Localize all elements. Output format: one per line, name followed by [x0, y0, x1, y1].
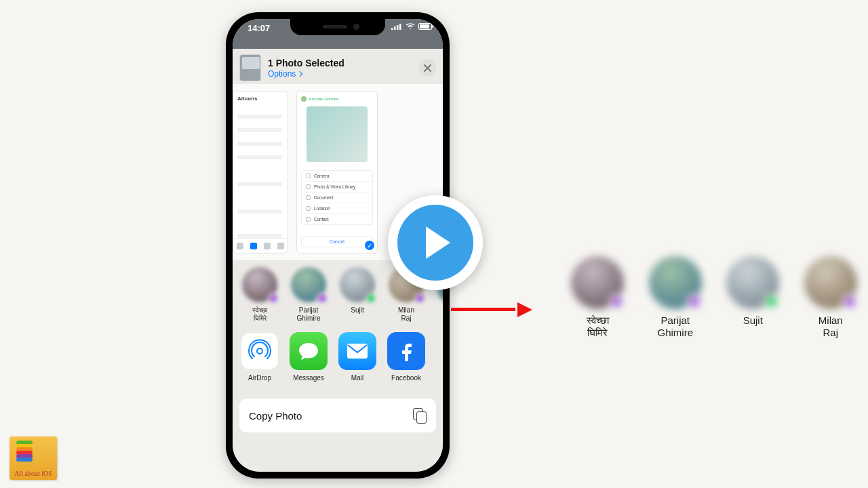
mail-icon — [338, 332, 376, 370]
contact-item-xl: Sujit — [724, 256, 783, 339]
play-button[interactable] — [388, 195, 483, 290]
logo-text: All about iOS — [9, 470, 57, 477]
contact-item-xl: Milan Raj — [802, 256, 861, 339]
share-options-label: Options — [268, 69, 296, 79]
apple-stripes-icon — [16, 441, 33, 460]
action-label: Copy Photo — [249, 410, 302, 422]
app-mail[interactable]: Mail — [338, 332, 376, 390]
status-right — [391, 23, 432, 30]
app-label: Mail — [338, 374, 376, 382]
contact-name: स्वेच्छा घिमिरे — [568, 314, 627, 339]
preview1-header: Albums — [237, 96, 257, 102]
svg-rect-2 — [397, 25, 399, 30]
messages-icon — [290, 332, 328, 370]
share-apps-row[interactable]: AirDrop Messages Mail — [233, 327, 443, 396]
preview-screenshot-2[interactable]: Kundan Ghimire Camera Photo & Video Libr… — [296, 91, 378, 253]
share-actions-list: Copy Photo — [233, 396, 443, 439]
preview2-cancel: Cancel — [301, 236, 373, 247]
avatar — [291, 267, 326, 302]
iphone-notch — [290, 19, 385, 35]
svg-rect-3 — [399, 24, 401, 30]
wifi-icon — [406, 23, 415, 30]
svg-rect-5 — [347, 344, 368, 359]
avatar — [804, 256, 857, 309]
contact-item[interactable]: स्वेच्छा घिमिरे — [242, 267, 277, 322]
contact-name: Sujit — [724, 314, 783, 327]
status-time: 14:07 — [248, 23, 270, 33]
share-header: 1 Photo Selected Options — [233, 49, 443, 84]
avatar — [571, 256, 624, 309]
preview2-image — [307, 106, 368, 162]
selected-check-icon: ✓ — [363, 239, 376, 251]
arrow-annotation — [451, 302, 532, 316]
contact-item[interactable]: Sujit — [340, 267, 375, 314]
app-airdrop[interactable]: AirDrop — [241, 332, 279, 390]
action-copy-photo[interactable]: Copy Photo — [239, 399, 436, 432]
selected-photo-thumb[interactable] — [239, 54, 261, 81]
preview2-contact: Kundan Ghimire — [309, 97, 338, 101]
close-button[interactable] — [418, 59, 436, 77]
contact-name: Milan Raj — [802, 314, 861, 339]
app-label: Facebook — [387, 374, 425, 382]
preview1-tabbar — [233, 238, 288, 253]
preview-screenshot-1[interactable]: Albums — [233, 91, 288, 253]
svg-rect-0 — [391, 28, 393, 30]
app-facebook[interactable]: Facebook — [387, 332, 425, 390]
app-label: Messages — [290, 374, 328, 382]
copy-icon — [413, 408, 427, 423]
canvas: 14:07 1 Photo Selected Options — [0, 0, 868, 488]
avatar — [340, 267, 375, 302]
contact-name: Milan Raj — [389, 306, 424, 322]
share-title: 1 Photo Selected — [268, 58, 344, 68]
airdrop-icon — [241, 332, 279, 370]
avatar — [242, 267, 277, 302]
preview2-menu: Camera Photo & Video Library Document Lo… — [301, 170, 373, 225]
contact-name: Parijat Ghimire — [646, 314, 705, 339]
contact-name: स्वेच्छा घिमिरे — [242, 306, 277, 322]
play-icon — [397, 205, 473, 281]
chevron-right-icon — [297, 70, 302, 76]
svg-rect-1 — [394, 26, 396, 30]
svg-point-4 — [257, 348, 262, 354]
channel-logo: All about iOS — [9, 436, 57, 480]
contact-item-xl: Parijat Ghimire — [646, 256, 705, 339]
contact-name: Sujit — [340, 306, 375, 314]
cellular-icon — [391, 23, 402, 30]
avatar — [649, 256, 702, 309]
app-label: AirDrop — [241, 374, 279, 382]
app-messages[interactable]: Messages — [290, 332, 328, 390]
battery-icon — [418, 23, 432, 30]
contact-item-xl: स्वेच्छा घिमिरे — [568, 256, 627, 339]
avatar — [726, 256, 779, 309]
contacts-callout: स्वेच्छा घिमिरे Parijat Ghimire Sujit Mi… — [568, 256, 860, 339]
share-options-link[interactable]: Options — [268, 69, 344, 79]
contact-name: Parijat Ghimire — [291, 306, 326, 322]
facebook-icon — [387, 332, 425, 370]
close-icon — [424, 64, 431, 72]
contact-item[interactable]: Parijat Ghimire — [291, 267, 326, 322]
